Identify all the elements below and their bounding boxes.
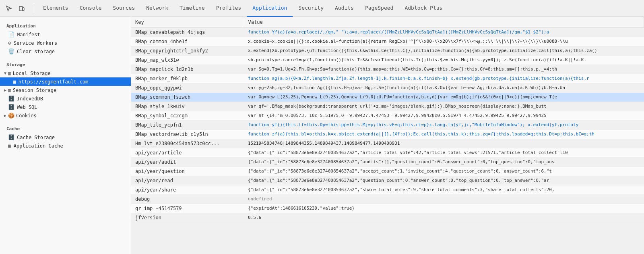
table-row[interactable]: api/year/read{"data":{"_id":"58873e6e8e3… <box>131 176 644 185</box>
inspect-icon[interactable] <box>3 3 14 14</box>
tab-security[interactable]: Security <box>293 0 329 17</box>
cell-value: function ag(a,b){0<a.Zf.length?a.Zf[a.Zf… <box>244 74 644 83</box>
cell-key: api/year/read <box>131 176 244 185</box>
table-row[interactable]: api/year/article{"data":{"_id":"58873e6e… <box>131 148 644 158</box>
col-header-value[interactable]: Value <box>244 17 644 28</box>
cell-value: {"data":{"_id":"58873e6e8e327400854637a2… <box>244 158 644 167</box>
manifest-icon: 📄 <box>8 31 14 37</box>
app-cache-icon: ▦ <box>8 143 11 149</box>
table-row[interactable]: jfVersion0.5.6 <box>131 213 644 223</box>
svg-rect-1 <box>23 8 24 10</box>
session-storage-label: Session Storage <box>13 87 56 93</box>
cell-key: api/year/share <box>131 185 244 195</box>
tab-pagespeed[interactable]: PageSpeed <box>359 0 399 17</box>
cookies-arrow: ▶ <box>4 113 6 118</box>
websql-label: Web SQL <box>17 104 37 110</box>
table-row[interactable]: BMap_oppc_qgypwivar yg=256,zg=32;functio… <box>131 83 644 93</box>
cell-key: Hm_lvt_e23800c454aa573c0cc... <box>131 139 244 148</box>
cell-value: {"data":{"_id":"58873e6e8e327400854637a2… <box>244 148 644 158</box>
cache-storage-icon: 🗄️ <box>8 134 14 140</box>
cell-value: function zf(a){this.bl=o;this.k=x.object… <box>244 130 644 139</box>
table-row[interactable]: BMap_symbol_cc2cgmvar $f={14:'m-0.00573,… <box>131 111 644 121</box>
table-row[interactable]: BMap_tile_ycpfn1function yf(){this.Lf=th… <box>131 121 644 130</box>
cell-key: BMap_symbol_cc2cgm <box>131 111 244 121</box>
cookies-group[interactable]: ▶ 🍪 Cookies <box>0 111 131 120</box>
storage-table: Key Value BMap_canvablepath_4ijsgsfuncti… <box>131 17 644 223</box>
cell-value: var $f={14:'m-0.00573,-10c-5.51975,0 -9.… <box>244 111 644 121</box>
sidebar-item-service-workers[interactable]: ⚙️ Service Workers <box>0 39 131 47</box>
cache-storage-label: Cache Storage <box>17 135 55 140</box>
sidebar-item-indexeddb[interactable]: 🗄️ IndexedDB <box>0 94 131 103</box>
table-row[interactable]: BMap_mapclick_1d2n1bvar Sg=0,Tg=1,Ug=2,F… <box>131 65 644 74</box>
cell-key: jfVersion <box>131 213 244 223</box>
tab-profiles[interactable]: Profiles <box>211 0 247 17</box>
table-row[interactable]: api/year/share{"data":{"_id":"58873e6e8e… <box>131 185 644 195</box>
cell-key: BMap_canvablepath_4ijsgs <box>131 28 244 37</box>
cell-key: BMap_tile_ycpfn1 <box>131 121 244 130</box>
segmentfault-url: https://segmentfault.com <box>19 79 88 85</box>
indexeddb-icon: 🗄️ <box>8 96 14 102</box>
session-storage-group[interactable]: ▶ ▦ Session Storage <box>0 86 131 94</box>
cell-key: api/year/question <box>131 167 244 176</box>
table-row[interactable]: BMap_marker_f0klpbfunction ag(a,b){0<a.Z… <box>131 74 644 83</box>
cell-value: 0.5.6 <box>244 213 644 223</box>
local-storage-group[interactable]: ▼ ▦ Local Storage <box>0 69 131 77</box>
cell-value: {"data":{"_id":"58873e6e8e327400854637a2… <box>244 185 644 195</box>
cell-value: {"data":{"_id":"58873e6e8e327400854637a2… <box>244 167 644 176</box>
sidebar-item-websql[interactable]: 🗄️ Web SQL <box>0 103 131 111</box>
table-row[interactable]: api/year/question{"data":{"_id":"58873e6… <box>131 167 644 176</box>
sidebar: Application 📄 Manifest ⚙️ Service Worker… <box>0 17 131 254</box>
device-icon[interactable] <box>16 3 27 14</box>
cell-value: var Og=new L(23,25),Pg=new L(9,25),Qg=ne… <box>244 93 644 102</box>
table-row[interactable]: BMap_scommon_fszwchvar Og=new L(23,25),P… <box>131 93 644 102</box>
local-storage-label: Local Storage <box>13 71 51 76</box>
cell-key: BMap_map_wlx31w <box>131 56 244 65</box>
table-row[interactable]: api/year/audit{"data":{"_id":"58873e6e8e… <box>131 158 644 167</box>
table-row[interactable]: BMap_copyrightctrl_1nkfy2x.extend(Xb.pro… <box>131 46 644 56</box>
cell-key: BMap_vectordrawlib_c1y5ln <box>131 130 244 139</box>
cell-key: BMap_style_1kwuiv <box>131 102 244 111</box>
table-row[interactable]: debugundefined <box>131 195 644 204</box>
table-row[interactable]: BMap_map_wlx31wsb.prototype.cancel=ga(1,… <box>131 56 644 65</box>
sidebar-item-app-cache[interactable]: ▦ Application Cache <box>0 142 131 150</box>
tab-application[interactable]: Application <box>247 0 293 17</box>
cell-value: sb.prototype.cancel=ga(1,function(){this… <box>244 56 644 65</box>
table-row[interactable]: Hm_lvt_e23800c454aa573c0cc...15219458347… <box>131 139 644 148</box>
tab-sources[interactable]: Sources <box>107 0 140 17</box>
sidebar-item-manifest[interactable]: 📄 Manifest <box>0 30 131 39</box>
svg-point-2 <box>21 10 21 10</box>
cell-value: var qf='.BMap_mask{background:transparen… <box>244 102 644 111</box>
cell-value: x.extend(Xb.prototype,{uf:function(){thi… <box>244 46 644 56</box>
service-workers-icon: ⚙️ <box>8 40 11 46</box>
indexeddb-label: IndexedDB <box>17 96 43 102</box>
table-row[interactable]: gr_imp_-45147579{"expiredAt":14866161052… <box>131 204 644 213</box>
tab-adblock[interactable]: Adblock Plus <box>399 0 448 17</box>
cookies-label: Cookies <box>16 113 37 119</box>
tab-console[interactable]: Console <box>74 0 107 17</box>
local-storage-icon: ▦ <box>8 70 11 76</box>
table-row[interactable]: BMap_common_4nhe1fx.cookie=x.cookie||{};… <box>131 37 644 46</box>
websql-icon: 🗄️ <box>8 104 14 110</box>
sidebar-item-cache-storage[interactable]: 🗄️ Cache Storage <box>0 133 131 142</box>
sidebar-item-segmentfault[interactable]: ▦ https://segmentfault.com <box>0 77 131 86</box>
cell-key: BMap_scommon_fszwch <box>131 93 244 102</box>
table-row[interactable]: BMap_style_1kwuivvar qf='.BMap_mask{back… <box>131 102 644 111</box>
col-header-key[interactable]: Key <box>131 17 244 28</box>
storage-section-header: Storage <box>0 59 131 69</box>
tab-audits[interactable]: Audits <box>329 0 359 17</box>
table-wrapper[interactable]: Key Value BMap_canvablepath_4ijsgsfuncti… <box>131 17 644 254</box>
service-workers-label: Service Workers <box>14 40 57 46</box>
tab-network[interactable]: Network <box>140 0 174 17</box>
cell-key: BMap_marker_f0klpb <box>131 74 244 83</box>
cell-key: BMap_copyrightctrl_1nkfy2 <box>131 46 244 56</box>
tab-timeline[interactable]: Timeline <box>174 0 211 17</box>
main-layout: Application 📄 Manifest ⚙️ Service Worker… <box>0 17 644 254</box>
table-row[interactable]: BMap_vectordrawlib_c1y5lnfunction zf(a){… <box>131 130 644 139</box>
local-storage-arrow: ▼ <box>4 71 6 75</box>
cell-key: BMap_mapclick_1d2n1b <box>131 65 244 74</box>
table-row[interactable]: BMap_canvablepath_4ijsgsfunction Yf(a){a… <box>131 28 644 37</box>
clear-storage-icon: 🗑️ <box>8 48 14 54</box>
tab-elements[interactable]: Elements <box>37 0 74 17</box>
sidebar-item-clear-storage[interactable]: 🗑️ Clear storage <box>0 47 131 56</box>
cell-value: 1521945834748|1489844355,1489849437,1489… <box>244 139 644 148</box>
